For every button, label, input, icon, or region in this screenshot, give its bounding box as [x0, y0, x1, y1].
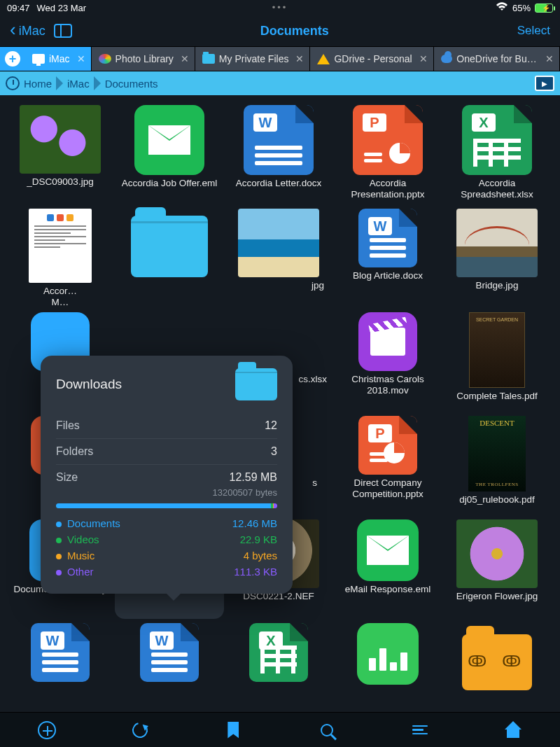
search-button[interactable] — [317, 720, 337, 740]
file-name: Bridge.jpg — [476, 280, 519, 291]
bookmark-button[interactable] — [223, 720, 243, 740]
book-title: DESCENT — [479, 419, 514, 427]
page-title: Documents — [260, 24, 329, 39]
close-tab-icon[interactable]: ✕ — [419, 53, 428, 64]
dot-icon — [56, 522, 62, 527]
breadcrumb-item-documents[interactable]: Documents — [105, 78, 158, 90]
airplay-icon[interactable]: ▶ — [535, 76, 554, 91]
file-item[interactable]: DESCENT THE TROLLFENS dj05_rulebook.pdf — [442, 412, 552, 515]
history-icon[interactable] — [6, 76, 20, 90]
home-icon — [505, 722, 522, 738]
file-item[interactable]: eMail Response.eml — [333, 515, 442, 619]
file-item[interactable]: W — [115, 619, 224, 696]
close-tab-icon[interactable]: ✕ — [77, 53, 85, 64]
legend-label: Music — [67, 550, 94, 561]
file-name: Blog Article.docx — [353, 270, 423, 281]
sort-button[interactable] — [410, 720, 430, 740]
folder-icon — [202, 54, 215, 64]
legend-row: Videos 22.9 KB — [56, 531, 277, 547]
dot-icon — [56, 570, 62, 575]
file-item[interactable]: W Accordia Letter.docx — [224, 101, 333, 204]
row-value: 12 — [265, 419, 277, 432]
bookmark-icon — [227, 722, 239, 739]
size-bytes: 13200507 bytes — [56, 487, 277, 498]
sort-icon — [412, 725, 428, 735]
file-item[interactable]: Bridge.jpg — [442, 204, 552, 308]
file-item[interactable]: jpg — [224, 204, 333, 308]
file-item[interactable] — [442, 619, 552, 696]
tab-label: My Private Files — [219, 53, 289, 64]
docx-icon: W — [31, 623, 90, 682]
file-item[interactable]: Erigeron Flower.jpg — [442, 515, 552, 619]
legend-value: 12.46 MB — [232, 517, 277, 529]
row-key: Size — [56, 471, 78, 484]
pptx-icon: P — [358, 416, 417, 475]
file-item[interactable]: Christmas Carols 2018.mov — [333, 308, 442, 412]
file-item[interactable]: Accordia Job Offer.eml — [115, 101, 224, 204]
legend-label: Other — [67, 566, 94, 578]
tab-onedrive[interactable]: OneDrive for Business ✕ — [434, 47, 560, 71]
docx-icon: W — [244, 105, 314, 175]
file-item[interactable]: P Direct Company Competition.pptx — [333, 412, 442, 515]
sidebar-toggle-icon[interactable] — [54, 24, 72, 38]
add-button[interactable] — [37, 720, 57, 740]
google-drive-icon — [317, 54, 330, 64]
status-time: 09:47 — [7, 3, 30, 13]
tab-imac[interactable]: iMac ✕ — [25, 47, 92, 71]
numbers-icon — [357, 623, 419, 685]
file-item[interactable]: X — [224, 619, 333, 696]
breadcrumb-item-imac[interactable]: iMac — [67, 78, 90, 90]
tab-label: Photo Library — [115, 53, 174, 64]
home-button[interactable] — [503, 720, 523, 740]
close-tab-icon[interactable]: ✕ — [295, 53, 304, 64]
file-name: Erigeron Flower.jpg — [456, 591, 538, 602]
eml-icon — [357, 519, 419, 581]
jpg-thumbnail-icon — [456, 519, 538, 588]
tab-photo-library[interactable]: Photo Library ✕ — [92, 47, 195, 71]
pdf-thumbnail-icon: DESCENT THE TROLLFENS — [468, 416, 526, 491]
nav-bar: ‹ iMac Documents Select — [0, 15, 560, 46]
file-item[interactable]: Accor…M… — [6, 204, 115, 308]
battery-percent: 65% — [512, 3, 531, 13]
tab-gdrive[interactable]: GDrive - Personal ✕ — [310, 47, 433, 71]
file-item[interactable] — [333, 619, 442, 696]
plus-circle-icon — [38, 721, 56, 739]
row-key: Files — [56, 419, 80, 432]
add-tab-button[interactable]: + — [0, 47, 25, 71]
back-button[interactable]: ‹ iMac — [10, 24, 46, 39]
bottom-toolbar — [0, 712, 560, 747]
dot-icon — [56, 538, 62, 543]
jpg-thumbnail-icon — [20, 105, 101, 174]
tab-strip: + iMac ✕ Photo Library ✕ My Private File… — [0, 46, 560, 71]
file-item[interactable]: P Accordia Presentation.pptx — [333, 101, 442, 204]
multitask-dots-icon[interactable]: ••• — [266, 2, 294, 13]
close-tab-icon[interactable]: ✕ — [545, 53, 554, 64]
bar-seg-other — [274, 503, 277, 508]
close-tab-icon[interactable]: ✕ — [181, 53, 189, 64]
reload-button[interactable] — [130, 720, 150, 740]
legend-value: 111.3 KB — [234, 566, 277, 578]
file-item[interactable] — [115, 204, 224, 308]
file-item[interactable]: _DSC09003.jpg — [6, 101, 115, 204]
xlsx-icon: X — [249, 623, 308, 682]
file-item[interactable]: X Accordia Spreadsheet.xlsx — [442, 101, 552, 204]
file-name: dj05_rulebook.pdf — [459, 494, 534, 505]
onedrive-cloud-icon — [441, 55, 453, 63]
file-name: jpg — [226, 280, 331, 291]
legend-label: Videos — [67, 533, 99, 545]
file-name: Accordia Presentation.pptx — [335, 178, 440, 200]
file-name: Christmas Carols 2018.mov — [335, 374, 440, 396]
select-button[interactable]: Select — [517, 24, 550, 38]
row-value: 3 — [271, 445, 277, 458]
file-item[interactable]: W — [6, 619, 115, 696]
file-name: eMail Response.eml — [345, 584, 430, 595]
mov-icon — [358, 312, 417, 371]
dot-icon — [56, 554, 62, 559]
tab-private-files[interactable]: My Private Files ✕ — [195, 47, 311, 71]
file-item[interactable]: SECRET GARDEN Complete Tales.pdf — [442, 308, 552, 412]
breadcrumb-item-home[interactable]: Home — [24, 78, 52, 90]
file-item[interactable]: W Blog Article.docx — [333, 204, 442, 308]
storage-bar — [56, 503, 277, 508]
monitor-icon — [32, 54, 45, 64]
popover-row-size: Size 12.59 MB — [56, 465, 277, 490]
